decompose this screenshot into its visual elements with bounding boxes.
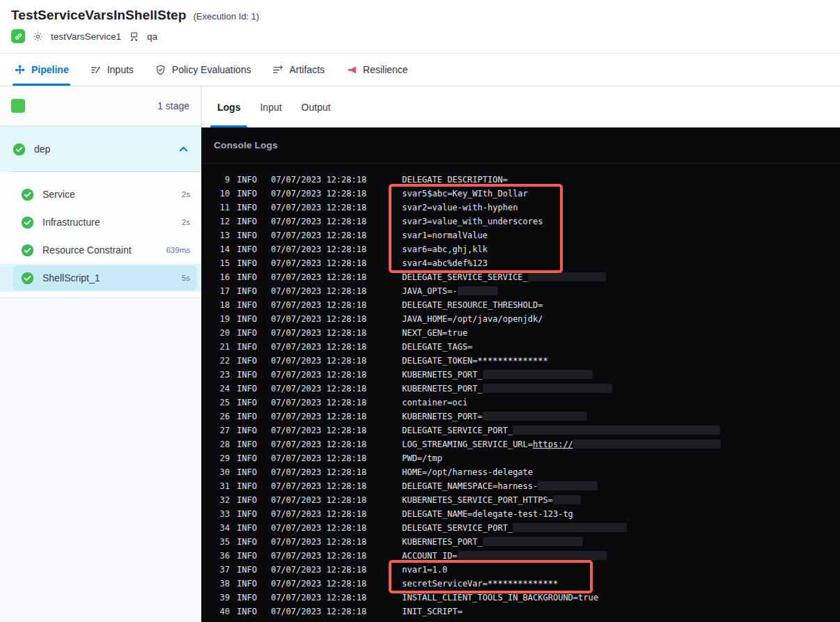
log-message: svar6=abc,ghj,klk [402, 242, 488, 256]
log-level: INFO [237, 507, 257, 521]
inputs-icon [90, 64, 102, 76]
log-line-number: 20 [211, 326, 230, 340]
log-line-18: 18INFO07/07/2023 12:28:18DELEGATE_RESOUR… [201, 298, 840, 312]
stage-group-dep[interactable]: dep [0, 126, 201, 172]
tab-label: Policy Evaluations [172, 64, 251, 75]
log-level: INFO [237, 228, 257, 242]
log-message-text: svar2=value-with-hyphen [402, 203, 518, 212]
log-message-text: svar3=value_with_underscores [402, 217, 543, 226]
log-line-20: 20INFO07/07/2023 12:28:18NEXT_GEN=true [201, 326, 840, 340]
success-check-icon [21, 272, 34, 285]
log-level: INFO [237, 605, 257, 619]
chevron-up-icon[interactable] [178, 144, 189, 155]
log-timestamp: 07/07/2023 12:28:18 [271, 228, 366, 242]
log-line-number: 30 [211, 465, 230, 479]
step-infrastructure[interactable]: Infrastructure2s [0, 208, 201, 236]
log-line-number: 21 [211, 340, 230, 354]
log-level: INFO [237, 173, 257, 187]
execution-tabbar: PipelineInputsPolicy EvaluationsArtifact… [0, 54, 840, 86]
log-line-10: 10INFO07/07/2023 12:28:18svar5$abc=Key_W… [201, 187, 840, 201]
log-line-31: 31INFO07/07/2023 12:28:18DELEGATE_NAMESP… [201, 479, 840, 493]
log-message: JAVA_OPTS=- [402, 284, 497, 298]
log-message: KUBERNETES_SERVICE_PORT_HTTPS= [402, 493, 581, 507]
log-level: INFO [237, 242, 257, 256]
log-message-text: LOG_STREAMING_SERVICE_URL= [402, 440, 533, 449]
log-timestamp: 07/07/2023 12:28:18 [271, 535, 366, 549]
log-timestamp: 07/07/2023 12:28:18 [271, 493, 366, 507]
log-message: secretServiceVar=************** [402, 577, 558, 591]
log-message: svar5$abc=Key_WIth_Dollar [402, 187, 528, 201]
service-name[interactable]: testVarsService1 [51, 31, 121, 42]
tab-output[interactable]: Output [295, 86, 338, 127]
log-line-24: 24INFO07/07/2023 12:28:18KUBERNETES_PORT… [201, 382, 840, 396]
log-level: INFO [237, 382, 257, 396]
log-line-number: 18 [211, 298, 230, 312]
policy-evaluations-icon [155, 64, 166, 76]
log-message: KUBERNETES_PORT_ [402, 535, 583, 549]
log-timestamp: 07/07/2023 12:28:18 [271, 465, 366, 479]
log-level: INFO [237, 479, 257, 493]
redacted-text [483, 537, 583, 546]
log-message-text: DELEGATE_SERVICE_PORT_ [402, 523, 513, 533]
environment-name[interactable]: qa [147, 31, 157, 42]
log-timestamp: 07/07/2023 12:28:18 [271, 396, 366, 410]
log-timestamp: 07/07/2023 12:28:18 [271, 423, 366, 437]
log-timestamp: 07/07/2023 12:28:18 [271, 563, 366, 577]
log-timestamp: 07/07/2023 12:28:18 [271, 298, 366, 312]
log-message-text: svar6=abc,ghj,klk [402, 244, 488, 254]
log-line-13: 13INFO07/07/2023 12:28:18svar1=normalVal… [201, 228, 840, 242]
log-line-11: 11INFO07/07/2023 12:28:18svar2=value-wit… [201, 201, 840, 215]
log-message-text: PWD=/tmp [402, 453, 442, 463]
redacted-text [483, 370, 593, 379]
log-timestamp: 07/07/2023 12:28:18 [271, 201, 366, 215]
step-duration: 2s [182, 190, 190, 199]
log-level: INFO [237, 493, 257, 507]
log-line-22: 22INFO07/07/2023 12:28:18DELEGATE_TOKEN=… [201, 354, 840, 368]
tab-logs[interactable]: Logs [210, 86, 247, 127]
log-message-text: DELEGATE_TAGS= [402, 342, 472, 352]
log-message: svar4=abc%def%123 [402, 256, 488, 270]
step-shellscript-1[interactable]: ShellScript_15s [0, 264, 201, 292]
console-panel: Console Logs 9INFO07/07/2023 12:28:18DEL… [201, 127, 840, 622]
tab-pipeline[interactable]: Pipeline [14, 54, 69, 86]
log-line-number: 9 [211, 173, 230, 187]
tab-inputs[interactable]: Inputs [90, 54, 134, 86]
tab-resilience[interactable]: Resilience [345, 54, 408, 86]
console-body[interactable]: 9INFO07/07/2023 12:28:18DELEGATE_DESCRIP… [201, 164, 840, 622]
log-link[interactable]: https:// [533, 440, 573, 449]
stage-status-square-icon[interactable] [11, 99, 25, 113]
tab-artifacts[interactable]: Artifacts [272, 54, 325, 86]
step-list: Service2sInfrastructure2sResource Constr… [0, 172, 201, 297]
pipeline-execution-page: TestServiceVarsInShellStep (Execution Id… [0, 0, 840, 622]
log-message-text: svar1=normalValue [402, 231, 488, 240]
step-resource-constraint[interactable]: Resource Constraint639ms [0, 236, 201, 264]
log-message-text: DELEGATE_NAME=delegate-test-123-tg [402, 509, 573, 519]
log-message: nvar1=1.0 [402, 563, 447, 577]
execution-id: (Execution Id: 1) [193, 11, 259, 22]
service-settings-gear-icon[interactable] [32, 31, 44, 42]
redacted-text [573, 440, 721, 449]
step-duration: 639ms [166, 246, 190, 254]
log-message: INIT_SCRIPT= [402, 605, 462, 619]
log-line-number: 28 [211, 437, 230, 451]
step-service[interactable]: Service2s [0, 180, 201, 208]
log-level: INFO [237, 270, 257, 284]
tab-policy-evaluations[interactable]: Policy Evaluations [155, 54, 251, 86]
tab-input[interactable]: Input [253, 86, 288, 127]
log-line-39: 39INFO07/07/2023 12:28:18INSTALL_CLIENT_… [201, 591, 840, 605]
log-line-number: 27 [211, 423, 230, 437]
log-line-35: 35INFO07/07/2023 12:28:18KUBERNETES_PORT… [201, 535, 840, 549]
log-line-number: 10 [211, 187, 230, 201]
log-message-text: DELEGATE_RESOURCE_THRESHOLD= [402, 300, 543, 310]
title-row: TestServiceVarsInShellStep (Execution Id… [0, 0, 840, 23]
log-line-28: 28INFO07/07/2023 12:28:18LOG_STREAMING_S… [201, 437, 840, 451]
redacted-text [538, 481, 598, 490]
log-level: INFO [237, 256, 257, 270]
log-message: ACCOUNT_ID= [402, 549, 606, 563]
execution-meta-row: testVarsService1 qa [0, 23, 840, 43]
log-message: DELEGATE_NAME=delegate-test-123-tg [402, 507, 573, 521]
service-link-icon [11, 29, 25, 43]
log-message: svar3=value_with_underscores [402, 215, 543, 228]
tab-label: Resilience [363, 64, 408, 75]
log-message: LOG_STREAMING_SERVICE_URL=https:// [402, 437, 721, 451]
